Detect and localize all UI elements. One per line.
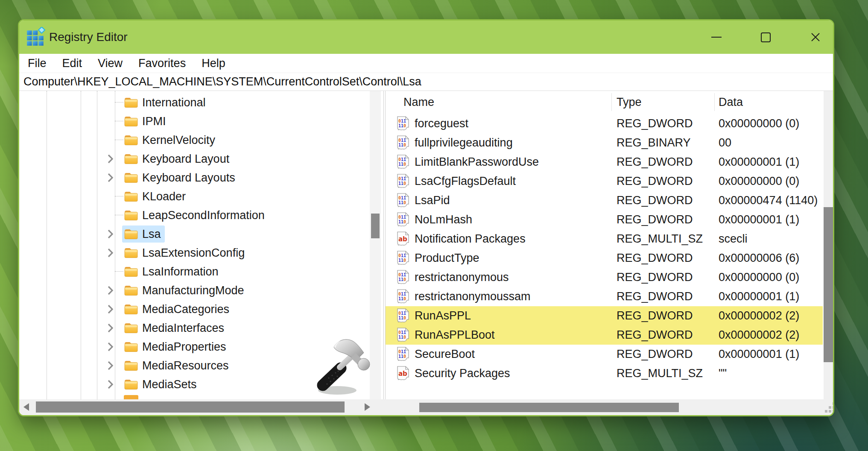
svg-text:011: 011 <box>398 272 406 277</box>
tree-item-mediasets[interactable]: MediaSets <box>19 375 358 394</box>
resize-grip[interactable] <box>825 402 834 413</box>
column-header-type[interactable]: Type <box>617 91 642 113</box>
value-data: 0x00000474 (1140) <box>719 191 823 210</box>
tree-node[interactable]: MediaSets <box>122 376 201 393</box>
tree-node[interactable]: MediaCategories <box>122 301 233 318</box>
chevron-right-icon[interactable] <box>107 304 114 314</box>
chevron-right-icon[interactable] <box>107 379 114 390</box>
tree-item-leapsecondinformation[interactable]: LeapSecondInformation <box>19 206 358 225</box>
value-row-restrictanonymous[interactable]: 011110restrictanonymousREG_DWORD0x000000… <box>386 268 823 287</box>
scroll-left-arrow-icon[interactable] <box>23 403 29 411</box>
titlebar[interactable]: Registry Editor <box>19 20 833 54</box>
menu-item-favorites[interactable]: Favorites <box>138 57 186 70</box>
value-type: REG_DWORD <box>617 306 717 325</box>
tree-node[interactable]: International <box>122 94 210 111</box>
tree-node[interactable]: KernelVelocity <box>122 132 219 149</box>
menu-item-file[interactable]: File <box>28 57 47 70</box>
tree-item-keyboard-layouts[interactable]: Keyboard Layouts <box>19 168 358 187</box>
value-row-notification-packages[interactable]: abNotification PackagesREG_MULTI_SZscecl… <box>386 229 823 249</box>
value-row-nolmhash[interactable]: 011110NoLmHashREG_DWORD0x00000001 (1) <box>386 210 823 229</box>
tree-item-kernelvelocity[interactable]: KernelVelocity <box>19 131 358 149</box>
column-header-name[interactable]: Name <box>403 91 434 113</box>
value-row-producttype[interactable]: 011110ProductTypeREG_DWORD0x00000006 (6) <box>386 249 823 268</box>
close-button[interactable] <box>796 20 834 54</box>
tree-horizontal-scrollbar-thumb[interactable] <box>36 401 345 413</box>
tree-item-label: Lsa <box>142 228 161 241</box>
tree-item-mediacategories[interactable]: MediaCategories <box>19 300 358 319</box>
menu-item-help[interactable]: Help <box>202 57 225 70</box>
content-area: InternationalIPMIKernelVelocityKeyboard … <box>19 91 833 399</box>
tree-item-mediaproperties[interactable]: MediaProperties <box>19 337 358 356</box>
tree-item-mediainterfaces[interactable]: MediaInterfaces <box>19 319 358 337</box>
chevron-right-icon[interactable] <box>107 229 114 239</box>
tree-node[interactable]: LeapSecondInformation <box>122 207 269 224</box>
scroll-right-arrow-icon[interactable] <box>365 403 370 411</box>
value-row-lsapid[interactable]: 011110LsaPidREG_DWORD0x00000474 (1140) <box>386 191 823 210</box>
value-data: 0x00000002 (2) <box>719 306 823 325</box>
value-row-lsacfgflagsdefault[interactable]: 011110LsaCfgFlagsDefaultREG_DWORD0x00000… <box>386 172 823 191</box>
tree-item-label: LsaInformation <box>142 265 219 278</box>
column-separator[interactable] <box>611 93 612 111</box>
value-row-runasppl[interactable]: 011110RunAsPPLREG_DWORD0x00000002 (2) <box>386 306 823 325</box>
list-vertical-scrollbar-thumb[interactable] <box>824 207 834 362</box>
address-bar[interactable]: Computer\HKEY_LOCAL_MACHINE\SYSTEM\Curre… <box>19 73 833 91</box>
tree-node[interactable]: LsaInformation <box>122 263 222 280</box>
chevron-right-icon[interactable] <box>107 285 114 296</box>
value-row-fullprivilegeauditing[interactable]: 011110fullprivilegeauditingREG_BINARY00 <box>386 133 823 152</box>
tree-node[interactable]: LsaExtensionConfig <box>122 244 248 261</box>
tree-node[interactable]: IPMI <box>122 113 170 130</box>
value-row-secureboot[interactable]: 011110SecureBootREG_DWORD0x00000001 (1) <box>386 345 823 364</box>
tree-node[interactable]: Keyboard Layouts <box>122 169 239 186</box>
tree-item-lsainformation[interactable]: LsaInformation <box>19 262 358 281</box>
pane-divider[interactable] <box>383 91 386 415</box>
tree-node[interactable]: MediaResources <box>122 357 233 374</box>
value-row-security-packages[interactable]: abSecurity PackagesREG_MULTI_SZ"" <box>386 364 823 383</box>
window-title: Registry Editor <box>49 20 128 54</box>
value-row-limitblankpassworduse[interactable]: 011110LimitBlankPasswordUseREG_DWORD0x00… <box>386 152 823 172</box>
chevron-right-icon[interactable] <box>107 173 114 183</box>
value-row-restrictanonymoussam[interactable]: 011110restrictanonymoussamREG_DWORD0x000… <box>386 287 823 306</box>
svg-text:110: 110 <box>398 277 406 281</box>
tree-node[interactable]: Keyboard Layout <box>122 150 233 167</box>
chevron-right-icon[interactable] <box>107 323 114 333</box>
tree-item-lsa[interactable]: Lsa <box>19 225 358 243</box>
tree-item-keyboard-layout[interactable]: Keyboard Layout <box>19 149 358 168</box>
value-row-forceguest[interactable]: 011110forceguestREG_DWORD0x00000000 (0) <box>386 114 823 133</box>
tree-node[interactable]: MediaInterfaces <box>122 319 228 337</box>
maximize-button[interactable] <box>746 20 785 54</box>
chevron-right-icon[interactable] <box>107 360 114 371</box>
tree-item-lsaextensionconfig[interactable]: LsaExtensionConfig <box>19 243 358 262</box>
value-name: restrictanonymous <box>415 268 614 287</box>
chevron-right-icon[interactable] <box>107 342 114 352</box>
chevron-right-icon[interactable] <box>107 248 114 258</box>
list-horizontal-scrollbar-thumb[interactable] <box>419 403 679 412</box>
column-separator[interactable] <box>714 93 715 111</box>
minimize-button[interactable] <box>697 20 736 54</box>
tree-node[interactable]: MediaProperties <box>122 338 230 355</box>
value-data: 0x00000002 (2) <box>719 325 823 345</box>
tree-item-mediaresources[interactable]: MediaResources <box>19 356 358 375</box>
chevron-right-icon[interactable] <box>107 154 114 164</box>
column-header-data[interactable]: Data <box>719 91 743 113</box>
list-vertical-scrollbar[interactable] <box>824 91 834 399</box>
tree-item-kloader[interactable]: KLoader <box>19 187 358 206</box>
menu-item-edit[interactable]: Edit <box>62 57 82 70</box>
tree-node[interactable]: KLoader <box>122 188 190 205</box>
value-row-runaspplboot[interactable]: 011110RunAsPPLBootREG_DWORD0x00000002 (2… <box>386 325 823 345</box>
dword-icon: 011110 <box>397 116 409 132</box>
tree-node[interactable]: ManufacturingMode <box>122 282 248 299</box>
menu-item-view[interactable]: View <box>98 57 123 70</box>
tree-node-selected[interactable]: Lsa <box>122 226 165 243</box>
tree-item-label: LeapSecondInformation <box>142 209 265 222</box>
maximize-icon <box>761 32 771 42</box>
tree-item-manufacturingmode[interactable]: ManufacturingMode <box>19 281 358 300</box>
folder-icon <box>124 190 138 202</box>
tree-item-ipmi[interactable]: IPMI <box>19 112 358 131</box>
tree-vertical-scrollbar-thumb[interactable] <box>371 214 380 238</box>
svg-text:011: 011 <box>398 176 406 181</box>
tree-item-international[interactable]: International <box>19 93 358 112</box>
list-horizontal-scrollbar[interactable] <box>386 399 834 415</box>
tree-horizontal-scrollbar[interactable] <box>19 399 383 415</box>
svg-text:011: 011 <box>398 195 406 200</box>
tree-item-label: International <box>142 96 206 109</box>
